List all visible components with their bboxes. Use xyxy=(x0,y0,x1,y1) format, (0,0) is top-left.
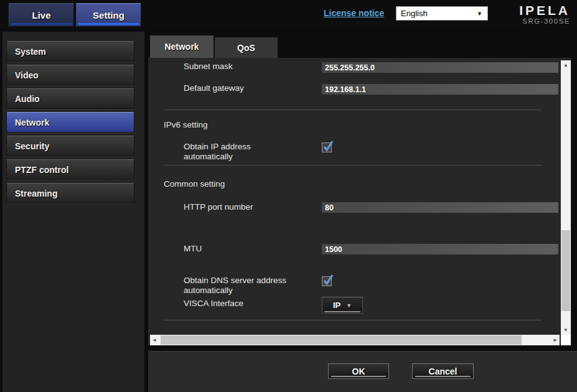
obtain-dns-label: Obtain DNS server address automatically xyxy=(184,276,286,296)
sidebar-item-video[interactable]: Video xyxy=(6,65,134,85)
sidebar-item-system[interactable]: System xyxy=(6,41,134,62)
common-section-title: Common setting xyxy=(164,179,225,189)
scroll-down-icon[interactable]: ▼ xyxy=(561,325,571,335)
select-arrow-icon: ▼ xyxy=(477,11,482,17)
obtain-dns-label-line1: Obtain DNS server address xyxy=(184,276,286,286)
ipv6-section-title: IPv6 setting xyxy=(164,120,208,129)
sidebar-item-audio[interactable]: Audio xyxy=(6,88,134,109)
mtu-input[interactable] xyxy=(322,244,558,254)
horizontal-scrollbar-thumb[interactable] xyxy=(161,335,522,345)
obtain-ip-label-line2: automatically xyxy=(184,152,251,162)
live-tab-label: Live xyxy=(32,10,50,21)
section-divider xyxy=(164,165,542,166)
visca-interface-label: VISCA Interface xyxy=(184,299,243,309)
top-bar: Live Setting License notice English ▼ IP… xyxy=(0,0,577,28)
sidebar-nav: System Video Audio Network Security PTZF… xyxy=(2,32,144,392)
sidebar-item-network[interactable]: Network xyxy=(6,112,134,133)
obtain-ip-label: Obtain IP address automatically xyxy=(184,142,251,162)
sidebar-item-label: Audio xyxy=(15,94,40,104)
tab-qos[interactable]: QoS xyxy=(215,37,278,58)
obtain-dns-label-line2: automatically xyxy=(184,286,286,296)
visca-interface-value: IP xyxy=(333,301,340,310)
setting-tab-button[interactable]: Setting xyxy=(76,3,141,27)
ok-button[interactable]: OK xyxy=(328,363,389,379)
horizontal-scrollbar[interactable]: ◄ ► xyxy=(150,335,560,345)
sidebar-item-label: PTZF control xyxy=(15,165,68,175)
button-bottom-strip xyxy=(331,376,386,377)
sidebar-item-label: Security xyxy=(15,141,49,151)
dropdown-bottom-strip xyxy=(324,311,360,312)
sidebar-item-label: Network xyxy=(15,118,49,128)
http-port-input[interactable] xyxy=(322,202,558,213)
default-gateway-input[interactable] xyxy=(322,84,558,95)
mtu-label: MTU xyxy=(184,244,202,254)
bottom-action-bar: OK Cancel xyxy=(148,351,577,392)
tab-network[interactable]: Network xyxy=(150,35,213,58)
sidebar-item-security[interactable]: Security xyxy=(6,136,134,156)
default-gateway-label: Default gateway xyxy=(184,83,244,93)
vertical-scrollbar[interactable]: ▲ ▼ xyxy=(561,60,571,335)
ok-button-label: OK xyxy=(352,366,365,376)
scroll-up-icon[interactable]: ▲ xyxy=(561,60,571,70)
language-select-value: English xyxy=(401,9,428,18)
brand-box: IPELA SRG-300SE xyxy=(489,3,570,26)
scroll-left-icon[interactable]: ◄ xyxy=(150,335,159,345)
cancel-button[interactable]: Cancel xyxy=(412,363,474,379)
live-tab-button[interactable]: Live xyxy=(9,3,74,27)
dropdown-arrow-icon: ▼ xyxy=(346,302,352,309)
scrollbar-corner xyxy=(561,335,571,345)
live-tab-underline xyxy=(11,23,72,25)
obtain-dns-checkbox[interactable] xyxy=(322,276,332,286)
button-bottom-strip xyxy=(415,376,471,377)
language-select[interactable]: English ▼ xyxy=(396,6,488,21)
sidebar-item-label: System xyxy=(15,47,46,57)
sidebar-item-ptzf-control[interactable]: PTZF control xyxy=(6,159,134,180)
http-port-label: HTTP port number xyxy=(184,202,253,212)
visca-interface-dropdown[interactable]: IP ▼ xyxy=(322,297,363,314)
checkmark-icon xyxy=(322,141,334,151)
obtain-ip-checkbox[interactable] xyxy=(322,142,332,152)
sidebar-item-streaming[interactable]: Streaming xyxy=(6,183,134,203)
cancel-button-label: Cancel xyxy=(429,366,457,376)
setting-tab-underline xyxy=(78,23,139,25)
network-settings-panel: Subnet mask Default gateway IPv6 setting… xyxy=(148,58,571,345)
setting-tab-label: Setting xyxy=(93,10,124,21)
tab-network-label: Network xyxy=(164,42,199,52)
vertical-scrollbar-thumb[interactable] xyxy=(561,230,570,311)
scroll-right-icon[interactable]: ► xyxy=(551,335,560,345)
sidebar-item-label: Streaming xyxy=(15,189,57,198)
subnet-mask-label: Subnet mask xyxy=(184,62,233,72)
model-label: SRG-300SE xyxy=(489,17,570,26)
section-divider xyxy=(164,110,542,110)
sidebar-item-label: Video xyxy=(15,70,39,80)
license-notice-link[interactable]: License notice xyxy=(324,8,384,18)
checkmark-icon xyxy=(322,274,334,284)
section-divider xyxy=(164,320,542,320)
obtain-ip-label-line1: Obtain IP address xyxy=(184,142,251,152)
ipela-logo: IPELA xyxy=(489,3,570,17)
subnet-mask-input[interactable] xyxy=(322,62,558,73)
tab-qos-label: QoS xyxy=(237,43,255,53)
